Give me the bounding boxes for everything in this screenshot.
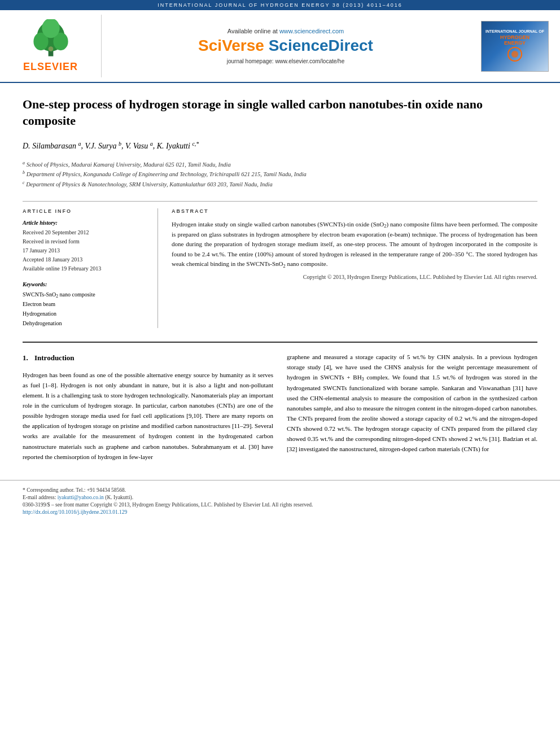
paper-content: One-step process of hydrogen storage in …	[0, 83, 560, 480]
journal-cover-image: International Journal of HYDROGEN ENERGY	[481, 21, 549, 72]
journal-header-text: International Journal of Hydrogen Energy…	[158, 2, 403, 8]
available-online-date: Available online 19 February 2013	[23, 264, 148, 273]
body-content: 1. Introduction Hydrogen has been found …	[23, 352, 537, 466]
abstract-panel: Abstract Hydrogen intake study on single…	[172, 208, 537, 328]
affiliation-c: c Department of Physics & Nanotechnology…	[23, 180, 537, 190]
intro-paragraph-1: Hydrogen has been found as one of the po…	[23, 370, 273, 462]
article-info-panel: Article Info Article history: Received 2…	[23, 208, 158, 328]
keyword-1: SWCNTs-SnO2 nano composite	[23, 290, 148, 299]
keywords-section: Keywords: SWCNTs-SnO2 nano composite Ele…	[23, 281, 148, 328]
received-date: Received 20 September 2012	[23, 228, 148, 237]
corresponding-author-note: * Corresponding author. Tel.: +91 94434 …	[23, 487, 537, 493]
available-online-text: Available online at www.sciencedirect.co…	[106, 28, 465, 34]
body-divider	[23, 342, 537, 343]
body-right-column: graphene and measured a storage capacity…	[287, 352, 537, 466]
intro-heading: 1. Introduction	[23, 352, 273, 364]
sciencedirect-center: Available online at www.sciencedirect.co…	[102, 23, 470, 69]
abstract-body: Hydrogen intake study on single walled c…	[172, 220, 537, 269]
elsevier-tree-icon	[23, 19, 79, 59]
affiliation-b: b Department of Physics, Kongunadu Colle…	[23, 169, 537, 180]
revised-date: 17 January 2013	[23, 246, 148, 255]
authors: D. Silambarasan a, V.J. Surya b, V. Vasu…	[23, 140, 537, 152]
elsevier-logo-block: ELSEVIER	[0, 15, 102, 77]
sciencedirect-logo: SciVerse ScienceDirect	[106, 37, 465, 55]
keywords-label: Keywords:	[23, 281, 148, 287]
doi-link[interactable]: http://dx.doi.org/10.1016/j.ijhydene.201…	[23, 509, 127, 515]
keyword-4: Dehydrogenation	[23, 318, 148, 328]
journal-homepage: journal homepage: www.elsevier.com/locat…	[106, 58, 465, 64]
revised-label: Received in revised form	[23, 237, 148, 246]
keyword-3: Hydrogenation	[23, 309, 148, 318]
article-info-title: Article Info	[23, 208, 148, 214]
svg-point-7	[511, 51, 518, 58]
accepted-date: Accepted 18 January 2013	[23, 255, 148, 264]
affiliation-a: a School of Physics, Madurai Kamaraj Uni…	[23, 160, 537, 170]
paper-title: One-step process of hydrogen storage in …	[23, 97, 537, 129]
cover-graphic-icon	[501, 46, 529, 63]
journal-thumbnail: International Journal of HYDROGEN ENERGY	[470, 16, 560, 76]
section-title: Introduction	[34, 353, 75, 362]
copyright-notice: Copyright © 2013, Hydrogen Energy Public…	[172, 274, 537, 280]
email-note: E-mail address: iyakutti@yahoo.co.in (K.…	[23, 495, 537, 500]
svg-point-5	[48, 46, 53, 51]
abstract-title: Abstract	[172, 208, 537, 214]
intro-paragraph-2: graphene and measured a storage capacity…	[287, 352, 537, 454]
email-link[interactable]: iyakutti@yahoo.co.in	[58, 495, 105, 500]
issn-line: 0360-3199/$ – see front matter Copyright…	[23, 502, 537, 508]
publisher-header: ELSEVIER Available online at www.science…	[0, 10, 560, 83]
history-label: Article history:	[23, 220, 148, 226]
website-link[interactable]: www.sciencedirect.com	[279, 28, 344, 34]
section-number: 1.	[23, 353, 28, 362]
body-left-column: 1. Introduction Hydrogen has been found …	[23, 352, 273, 466]
article-info-abstract-section: Article Info Article history: Received 2…	[23, 208, 537, 328]
journal-header-bar: International Journal of Hydrogen Energy…	[0, 0, 560, 10]
keyword-2: Electron beam	[23, 299, 148, 309]
paper-footer: * Corresponding author. Tel.: +91 94434 …	[0, 480, 560, 521]
divider-1	[23, 201, 537, 202]
doi-line: http://dx.doi.org/10.1016/j.ijhydene.201…	[23, 509, 537, 515]
elsevier-text: ELSEVIER	[23, 61, 78, 73]
affiliations: a School of Physics, Madurai Kamaraj Uni…	[23, 160, 537, 190]
